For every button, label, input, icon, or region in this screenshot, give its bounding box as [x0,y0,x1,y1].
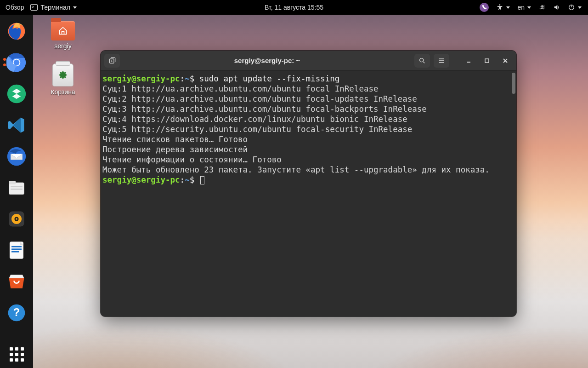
show-applications-button[interactable] [10,347,24,362]
svg-rect-9 [9,183,24,195]
desktop-icons: sergiy Корзина [42,21,84,109]
desktop-home-folder[interactable]: sergiy [42,21,84,50]
output-line: Сущ:5 http://security.ubuntu.com/ubuntu … [102,125,412,134]
terminal-icon [30,4,38,11]
dock-vscode[interactable] [5,113,28,137]
dock-rhythmbox[interactable] [5,207,28,231]
svg-rect-25 [485,59,489,63]
prompt-dollar: $ [190,74,195,83]
prompt-user-host: sergiy@sergiy-pc [102,175,180,184]
output-line: Построение дерева зависимостей [102,145,248,154]
output-line: Сущ:2 http://ua.archive.ubuntu.com/ubunt… [102,94,417,104]
window-titlebar[interactable]: sergiy@sergiy-pc: ~ [101,51,516,71]
dock-thunderbird[interactable] [5,144,28,168]
output-line: Сущ:1 http://ua.archive.ubuntu.com/ubunt… [102,84,379,93]
volume-icon[interactable] [553,4,560,11]
new-tab-button[interactable] [104,54,120,68]
prompt-colon: : [180,74,185,83]
svg-text:?: ? [13,306,20,318]
prompt-path: ~ [185,74,190,83]
prompt-path: ~ [185,175,190,184]
dock-chromium[interactable] [5,51,28,75]
app-menu[interactable]: Терминал [30,4,76,11]
svg-point-7 [7,85,26,103]
terminal-scrollbar[interactable] [512,73,515,315]
folder-icon [51,21,75,40]
dock-files[interactable] [5,176,28,200]
svg-point-0 [499,4,501,6]
dock-help[interactable]: ? [5,301,28,325]
top-bar: Обзор Терминал Вт, 11 августа 15:55 en [0,0,588,15]
svg-rect-19 [11,248,22,250]
clock[interactable]: Вт, 11 августа 15:55 [265,4,323,11]
window-minimize-button[interactable] [461,54,476,68]
output-line: Чтение списков пакетов… Готово [102,135,248,144]
dock-ubuntu-software[interactable] [5,270,28,293]
prompt-user-host: sergiy@sergiy-pc [102,74,180,83]
svg-rect-11 [11,186,23,187]
svg-point-1 [542,5,543,6]
svg-rect-12 [11,189,23,190]
input-source-label: en [517,4,525,11]
app-menu-label: Терминал [40,4,70,11]
desktop-icon-label: sergiy [42,42,84,50]
accessibility-menu[interactable] [496,4,510,11]
input-source-menu[interactable]: en [517,4,531,11]
viber-tray-icon[interactable] [480,3,489,12]
desktop-trash[interactable]: Корзина [42,63,84,96]
svg-point-16 [16,218,17,220]
window-close-button[interactable] [498,54,513,68]
system-menu[interactable] [568,4,582,11]
output-line: Сущ:3 http://ua.archive.ubuntu.com/ubunt… [102,104,427,114]
svg-point-6 [14,60,20,66]
chevron-down-icon [578,6,582,9]
scrollbar-thumb[interactable] [512,73,515,94]
output-line: Сущ:4 https://download.docker.com/linux/… [102,115,407,124]
svg-rect-20 [11,251,19,253]
terminal-body[interactable]: sergiy@sergiy-pc:~$ sudo apt update --fi… [101,71,516,316]
prompt-dollar: $ [190,175,195,184]
chevron-down-icon [527,6,531,9]
window-title: sergiy@sergiy-pc: ~ [124,57,411,64]
hamburger-menu-button[interactable] [434,54,449,68]
trash-icon [52,63,74,86]
cursor [200,176,204,184]
svg-rect-18 [11,246,22,247]
chevron-down-icon [73,6,77,9]
dock: ? [0,15,33,368]
network-icon[interactable] [538,4,546,11]
desktop-icon-label: Корзина [42,88,84,96]
dock-firefox[interactable] [5,19,28,43]
output-line: Чтение информации о состоянии… Готово [102,155,282,164]
svg-rect-10 [9,181,16,184]
window-maximize-button[interactable] [480,54,494,68]
terminal-window: sergiy@sergiy-pc: ~ sergiy@sergiy-pc:~$ … [101,51,516,316]
chevron-down-icon [506,6,510,9]
prompt-colon: : [180,175,185,184]
output-line: Может быть обновлено 23 пакета. Запустит… [102,165,490,174]
svg-point-24 [420,58,424,62]
command-text: sudo apt update --fix-missing [199,74,340,83]
dock-remote-desktop[interactable] [5,82,28,106]
search-button[interactable] [414,54,430,68]
dock-libreoffice-writer[interactable] [5,238,28,262]
activities-button[interactable]: Обзор [6,4,24,11]
